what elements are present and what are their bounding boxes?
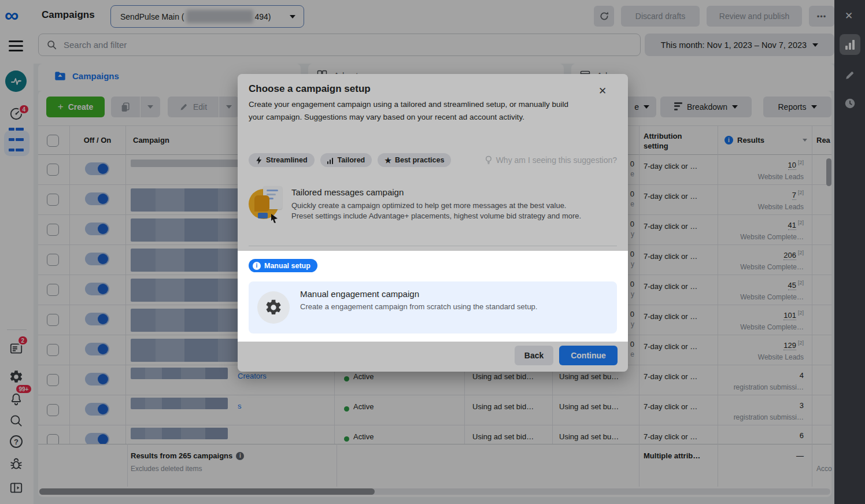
ads-manager-app: Campaigns SendPulse Main ( 494) Discard … [0, 0, 865, 504]
manual-setup-highlight: Manual setup Manual engagement campaign … [238, 251, 628, 342]
chip-tailored: Tailored [320, 153, 372, 167]
manual-campaign-description: Create a engagement campaign from scratc… [300, 302, 537, 311]
dialog-title: Choose a campaign setup [249, 83, 371, 95]
tailored-title: Tailored messages campaign [291, 187, 581, 197]
chip-best-practices: Best practices [378, 153, 451, 167]
dialog-description: Create your engagement campaign using a … [249, 98, 576, 124]
bulb-icon [485, 155, 492, 165]
gear-icon [257, 291, 290, 324]
chip-streamlined: Streamlined [249, 153, 315, 167]
why-suggestion-link[interactable]: Why am I seeing this suggestion? [485, 155, 617, 165]
campaign-setup-dialog: Choose a campaign setup Create your enga… [238, 74, 628, 372]
back-button[interactable]: Back [515, 346, 553, 365]
divider [249, 246, 617, 246]
star-icon [385, 156, 391, 165]
suggestion-chips: Streamlined Tailored Best practices Why … [249, 153, 617, 167]
ascending-bars-icon [327, 156, 334, 164]
manual-campaign-option[interactable]: Manual engagement campaign Create a enga… [249, 281, 617, 333]
manual-setup-badge: Manual setup [249, 259, 317, 272]
lightning-icon [256, 156, 263, 165]
tailored-campaign-option[interactable]: Tailored messages campaign Quickly creat… [249, 186, 617, 223]
cursor-icon [271, 214, 279, 223]
continue-button[interactable]: Continue [559, 346, 618, 365]
manual-campaign-title: Manual engagement campaign [300, 289, 419, 299]
close-icon[interactable] [595, 83, 610, 98]
tailored-campaign-illustration [249, 186, 282, 223]
info-icon [253, 262, 261, 270]
